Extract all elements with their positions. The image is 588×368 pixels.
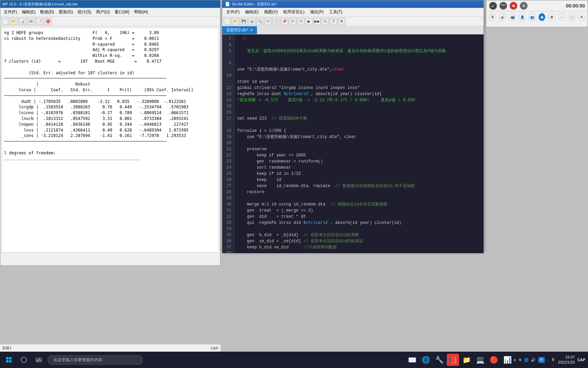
taskbar-files[interactable]: 📁	[460, 354, 473, 366]
taskbar-app3[interactable]: 💻	[474, 354, 486, 366]
overlay-timer: 00:00:50	[566, 3, 585, 9]
ime-badge[interactable]: 中	[538, 357, 545, 363]
code-area[interactable]: // 第五步：提取出500次回归结果后did的系数与标准误，最后分别绘制系数和t…	[234, 34, 484, 253]
taskbar: 在这里输入你要搜索的内容 ✉️ 🌐 🔧 📕 📁 💻 🔴 📊 ∧ 🎙 🌐 🔊 中 …	[0, 352, 588, 368]
open-btn[interactable]: 📂	[10, 18, 18, 25]
editor-title: Do-file Editor - 安慰剂2.do*	[232, 2, 277, 7]
menu-data[interactable]: 数据(D)	[38, 9, 56, 16]
tray-arrow[interactable]: ∧	[513, 358, 516, 362]
overlay-share-btn[interactable]: 👤	[519, 13, 526, 21]
overlay-top: ↙ 📷 ■ ⏸ 00:00:50	[486, 0, 588, 12]
task-view-button[interactable]	[33, 354, 45, 366]
overlay-more-btn[interactable]: ⋯	[558, 13, 565, 21]
svg-rect-8	[38, 361, 42, 362]
menu-edit[interactable]: 编辑(E)	[20, 9, 37, 16]
taskbar-app1[interactable]: 🔧	[433, 354, 445, 366]
taskbar-search-area: 在这里输入你要搜索的内容	[3, 354, 406, 366]
search-circle-icon	[21, 357, 27, 363]
overlay-camera-btn[interactable]: 📷	[499, 2, 507, 10]
stata-statusbar: 实验1 CAP	[0, 344, 220, 352]
editor-menubar: 文件(F) 编辑(E) 视图(V) 程序语言(L) 项目(P) 工具(T)	[222, 8, 484, 17]
editor-menu-tools[interactable]: 工具(T)	[326, 9, 345, 16]
menu-user[interactable]: 用户(U)	[94, 9, 112, 16]
editor-content: 7 8 5 8 10 12 13 14 15 16 17 18 19 20 21…	[222, 34, 484, 253]
data-btn[interactable]: 🗃	[27, 18, 35, 25]
windows-icon	[6, 357, 12, 363]
editor-more-btn[interactable]: ▼	[338, 18, 345, 25]
svg-rect-2	[6, 360, 9, 363]
menu-file[interactable]: 文件(F)	[2, 9, 19, 16]
editor-open-btn[interactable]: 📂	[232, 18, 239, 25]
search-placeholder: 在这里输入你要搜索的内容	[53, 357, 102, 362]
menu-graph[interactable]: 图形(G)	[57, 9, 75, 16]
taskbar-clock[interactable]: 19:37 2022/1/29	[558, 355, 575, 365]
break-btn[interactable]: ⛔	[44, 18, 52, 25]
overlay-active-btn[interactable]: ⏺	[538, 13, 545, 21]
overlay-stop-btn[interactable]: ■	[509, 2, 518, 10]
editor-tab-main[interactable]: 安慰剂2.do* ✕	[222, 26, 257, 34]
overlay-close-btn[interactable]: ✕	[578, 13, 585, 21]
overlay-person-btn[interactable]: 👥	[528, 13, 536, 21]
overlay-camera2-btn[interactable]: 📹	[509, 13, 516, 21]
cap-indicator: CAP	[577, 358, 585, 362]
editor-redo-btn[interactable]: ↷	[297, 18, 305, 25]
editor-new-btn[interactable]: 📄	[224, 18, 231, 25]
editor-menu-project[interactable]: 项目(P)	[307, 9, 326, 16]
editor-help-btn[interactable]: ?	[330, 18, 337, 25]
editor-tab-label: 安慰剂2.do*	[226, 27, 248, 33]
overlay-mic-btn[interactable]: 🎙	[489, 13, 496, 21]
dofile-btn[interactable]: 📝	[36, 18, 43, 25]
ime-dot: ·	[548, 358, 549, 362]
taskbar-app4[interactable]: 🔴	[488, 354, 500, 366]
taskview-icon	[36, 357, 42, 363]
editor-debug-btn[interactable]: 🔧	[322, 18, 329, 25]
editor-tab-close[interactable]: ✕	[250, 28, 253, 32]
editor-print-btn[interactable]: 🖨	[248, 18, 256, 25]
stata-toolbar: 📄 📂 📊 🗃 📝 ⛔	[0, 17, 220, 26]
overlay-settings-btn[interactable]: ⚙	[548, 13, 555, 21]
new-btn[interactable]: 📄	[2, 18, 9, 25]
taskbar-center: ✉️ 🌐 🔧 📕 📁 💻 🔴 📊	[406, 354, 513, 366]
editor-doc-icon: 📄	[225, 2, 230, 6]
editor-run-all-btn[interactable]: ▶▶	[313, 18, 321, 25]
taskbar-search-box[interactable]: 在这里输入你要搜索的内容	[48, 355, 143, 365]
taskbar-app5[interactable]: 📊	[501, 354, 513, 366]
editor-copy-btn[interactable]: 📋	[273, 18, 280, 25]
search-button[interactable]	[18, 354, 30, 366]
editor-menu-file[interactable]: 文件(F)	[224, 9, 242, 16]
svg-rect-1	[9, 357, 12, 359]
editor-undo-btn[interactable]: ↶	[289, 18, 296, 25]
editor-toolbar: 📄 📂 💾 🖨 🔍 ✂ 📋 📌 ↶ ↷ ▶ ▶▶ 🔧 ? ▼	[222, 17, 484, 26]
clock-date: 2022/1/29	[558, 360, 575, 365]
editor-save-btn[interactable]: 💾	[240, 18, 247, 25]
taskbar-chrome[interactable]: 🌐	[420, 354, 432, 366]
overlay-pause-btn[interactable]: ⏸	[520, 2, 528, 10]
editor-run-btn[interactable]: ▶	[305, 18, 313, 25]
svg-rect-7	[36, 361, 38, 362]
editor-find-btn[interactable]: 🔍	[256, 18, 264, 25]
stata-menubar: 文件(F) 编辑(E) 数据(D) 图形(G) 统计(S) 用户(U) 窗口(W…	[0, 8, 220, 17]
overlay-end-btn[interactable]: ⬜	[568, 13, 575, 21]
graph-btn[interactable]: 📊	[19, 18, 26, 25]
menu-help[interactable]: 帮助(H)	[132, 9, 150, 16]
overlay-vol-btn[interactable]: 🔊	[499, 13, 506, 21]
overlay-panel: ↙ 📷 ■ ⏸ 00:00:50 🎙 🔊 📹 👤 👥 ⏺ ⚙ ⋯ ⬜ ✕	[486, 0, 588, 27]
overlay-icons: ↙ 📷 ■ ⏸	[489, 2, 528, 10]
taskbar-mail[interactable]: ✉️	[406, 354, 418, 366]
overlay-back-btn[interactable]: ↙	[489, 2, 497, 10]
stata-output: ng 2 HDFE groups F( 6, 196) = 3.89 cs ro…	[2, 28, 219, 252]
start-button[interactable]	[3, 354, 15, 366]
svg-rect-3	[9, 360, 12, 363]
editor-paste-btn[interactable]: 📌	[281, 18, 288, 25]
taskbar-app2[interactable]: 📕	[447, 354, 459, 366]
stata-status-project: 实验1	[2, 346, 12, 351]
clock-time: 19:37	[558, 355, 575, 360]
menu-stats[interactable]: 统计(S)	[76, 9, 93, 16]
svg-rect-5	[36, 358, 39, 360]
editor-menu-edit[interactable]: 编辑(E)	[242, 9, 261, 16]
editor-menu-view[interactable]: 视图(V)	[261, 9, 280, 16]
menu-window[interactable]: 窗口(W)	[113, 9, 131, 16]
editor-cut-btn[interactable]: ✂	[264, 18, 272, 25]
svg-point-4	[21, 357, 27, 363]
editor-menu-lang[interactable]: 程序语言(L)	[280, 9, 307, 16]
